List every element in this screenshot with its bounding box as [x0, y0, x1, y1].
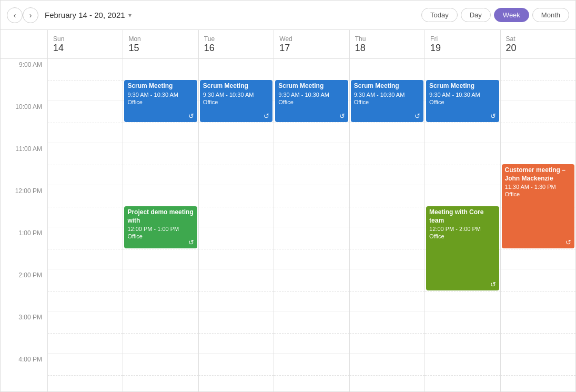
calendar-header: ‹ › February 14 - 20, 2021 ▾ Today Day W…: [1, 1, 575, 30]
hour-cell: [501, 354, 575, 391]
event-title: Customer meeting – John Mackenzie: [505, 166, 571, 183]
calendar-container: ‹ › February 14 - 20, 2021 ▾ Today Day W…: [0, 0, 576, 392]
hour-cell: [48, 101, 123, 143]
day-col-thu: Scrum Meeting9:30 AM - 10:30 AMOffice↺: [350, 59, 425, 391]
hour-cell: [274, 311, 349, 354]
days-area: Sun 14 Mon 15 Tue 16 Wed 17 Thu 18: [48, 30, 575, 391]
event-location: Office: [429, 99, 496, 105]
hour-cell: [350, 311, 425, 354]
event-time: 12:00 PM - 2:00 PM: [429, 226, 496, 232]
next-button[interactable]: ›: [23, 7, 38, 23]
today-button[interactable]: Today: [421, 8, 458, 22]
hour-cell: [274, 269, 349, 311]
event-project-demo-mon[interactable]: Project demo meeting with12:00 PM - 1:00…: [124, 206, 197, 248]
time-slot-3pm: 3:00 PM: [1, 311, 47, 354]
event-scrum-mon[interactable]: Scrum Meeting9:30 AM - 10:30 AMOffice↺: [124, 80, 197, 122]
repeat-icon: ↺: [188, 238, 194, 246]
repeat-icon: ↺: [490, 280, 496, 288]
calendar-body: 9:00 AM 10:00 AM 11:00 AM 12:00 PM 1:00 …: [1, 30, 575, 391]
hour-cell: [48, 311, 123, 354]
hour-cell: [350, 269, 425, 311]
event-title: Scrum Meeting: [278, 82, 345, 91]
event-time: 12:00 PM - 1:00 PM: [127, 226, 194, 232]
day-header-wed: Wed 17: [274, 30, 349, 58]
hour-cell: [501, 59, 575, 101]
event-time: 9:30 AM - 10:30 AM: [203, 92, 269, 98]
event-time: 9:30 AM - 10:30 AM: [127, 92, 194, 98]
event-scrum-wed[interactable]: Scrum Meeting9:30 AM - 10:30 AMOffice↺: [275, 80, 348, 122]
view-buttons: Today Day Week Month: [421, 8, 569, 22]
event-location: Office: [354, 99, 420, 105]
day-col-fri: Scrum Meeting9:30 AM - 10:30 AMOffice↺Me…: [425, 59, 500, 391]
day-header-thu: Thu 18: [350, 30, 425, 58]
month-button[interactable]: Month: [532, 8, 569, 22]
time-slot-2pm: 2:00 PM: [1, 269, 47, 311]
date-range: February 14 - 20, 2021 ▾: [45, 11, 132, 19]
days-grid: Scrum Meeting9:30 AM - 10:30 AMOffice↺Pr…: [48, 59, 575, 391]
time-slot-12pm: 12:00 PM: [1, 185, 47, 227]
day-header-fri: Fri 19: [425, 30, 500, 58]
time-slot-4pm: 4:00 PM: [1, 354, 47, 391]
event-title: Meeting with Core team: [429, 208, 496, 225]
repeat-icon: ↺: [188, 112, 194, 120]
prev-button[interactable]: ‹: [7, 7, 23, 23]
event-meeting-core-fri[interactable]: Meeting with Core team12:00 PM - 2:00 PM…: [426, 206, 499, 290]
day-header-tue: Tue 16: [199, 30, 274, 58]
event-location: Office: [278, 99, 345, 105]
event-time: 9:30 AM - 10:30 AM: [278, 92, 345, 98]
day-col-sat: Customer meeting – John Mackenzie11:30 A…: [501, 59, 575, 391]
hour-cell: [350, 185, 425, 227]
event-time: 9:30 AM - 10:30 AM: [429, 92, 496, 98]
event-location: Office: [127, 99, 194, 105]
day-button[interactable]: Day: [461, 8, 491, 22]
event-time: 9:30 AM - 10:30 AM: [354, 92, 420, 98]
repeat-icon: ↺: [490, 112, 496, 120]
hour-cell: [501, 101, 575, 143]
hour-cell: [199, 311, 274, 354]
event-location: Office: [203, 99, 269, 105]
day-header-mon: Mon 15: [123, 30, 198, 58]
time-column: 9:00 AM 10:00 AM 11:00 AM 12:00 PM 1:00 …: [1, 30, 48, 391]
hour-cell: [48, 59, 123, 101]
event-title: Project demo meeting with: [127, 208, 194, 225]
hour-cell: [123, 311, 198, 354]
day-header-sat: Sat 20: [501, 30, 575, 58]
repeat-icon: ↺: [565, 238, 571, 246]
hour-cell: [48, 269, 123, 311]
date-range-chevron: ▾: [128, 12, 132, 19]
days-header: Sun 14 Mon 15 Tue 16 Wed 17 Thu 18: [48, 30, 575, 59]
hour-cell: [199, 143, 274, 185]
day-col-mon: Scrum Meeting9:30 AM - 10:30 AMOffice↺Pr…: [123, 59, 198, 391]
repeat-icon: ↺: [415, 112, 420, 120]
time-slot-9am: 9:00 AM: [1, 59, 47, 101]
event-scrum-tue[interactable]: Scrum Meeting9:30 AM - 10:30 AMOffice↺: [200, 80, 272, 122]
hour-cell: [48, 354, 123, 391]
hour-cell: [501, 269, 575, 311]
hour-cell: [274, 143, 349, 185]
hour-cell: [274, 227, 349, 269]
days-grid-scroll[interactable]: Scrum Meeting9:30 AM - 10:30 AMOffice↺Pr…: [48, 59, 575, 391]
event-location: Office: [429, 233, 496, 239]
date-range-text: February 14 - 20, 2021: [45, 11, 125, 19]
event-scrum-fri[interactable]: Scrum Meeting9:30 AM - 10:30 AMOffice↺: [426, 80, 499, 122]
time-slot-10am: 10:00 AM: [1, 101, 47, 143]
hour-cell: [123, 143, 198, 185]
hour-cell: [501, 311, 575, 354]
event-scrum-thu[interactable]: Scrum Meeting9:30 AM - 10:30 AMOffice↺: [351, 80, 423, 122]
day-col-tue: Scrum Meeting9:30 AM - 10:30 AMOffice↺: [199, 59, 274, 391]
day-col-sun: [48, 59, 123, 391]
hour-cell: [48, 227, 123, 269]
hour-cell: [274, 354, 349, 391]
hour-cell: [425, 354, 500, 391]
day-header-sun: Sun 14: [48, 30, 123, 58]
hour-cell: [199, 354, 274, 391]
event-title: Scrum Meeting: [127, 82, 194, 91]
hour-cell: [425, 311, 500, 354]
hour-cell: [48, 143, 123, 185]
event-customer-meeting-sat[interactable]: Customer meeting – John Mackenzie11:30 A…: [502, 164, 574, 248]
hour-cell: [123, 269, 198, 311]
event-title: Scrum Meeting: [203, 82, 269, 91]
day-col-wed: Scrum Meeting9:30 AM - 10:30 AMOffice↺: [274, 59, 349, 391]
hour-cell: [199, 185, 274, 227]
week-button[interactable]: Week: [494, 8, 529, 22]
